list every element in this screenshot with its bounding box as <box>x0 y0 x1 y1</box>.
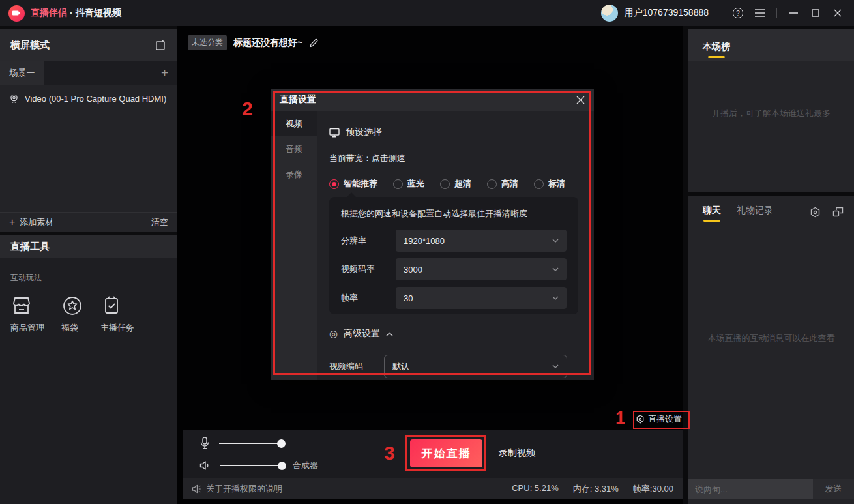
dialog-tab-record[interactable]: 录像 <box>271 162 317 187</box>
session-board-section: 本场榜 开播后，可了解本场谁送礼最多 <box>688 29 854 192</box>
advanced-settings-label: 高级设置 <box>344 328 380 340</box>
radio-icon <box>393 179 403 189</box>
radio-selected-icon <box>329 179 339 189</box>
dialog-tab-video[interactable]: 视频 <box>271 111 317 136</box>
status-bar: 关于开播权限的说明 CPU: 5.21% 内存: 3.31% 帧率:30.00 <box>183 478 683 499</box>
tool-product-management[interactable]: 商品管理 <box>10 295 44 334</box>
add-scene-icon[interactable]: + <box>161 66 168 80</box>
radio-icon <box>487 179 497 189</box>
encoding-select[interactable]: 默认 <box>384 355 567 378</box>
task-icon <box>100 295 123 316</box>
username[interactable]: 用户1076739158888 <box>625 7 709 19</box>
bitrate-select[interactable]: 3000 <box>396 258 567 280</box>
live-tools-body: 互动玩法 商品管理 福袋 <box>0 258 177 504</box>
radio-bluray[interactable]: 蓝光 <box>393 178 424 190</box>
gear-icon <box>636 415 645 424</box>
bandwidth-test-link[interactable]: 点击测速 <box>372 153 405 163</box>
screen-mode-header: 横屏模式 <box>0 29 177 61</box>
announcement-icon <box>192 484 201 494</box>
resolution-value: 1920*1080 <box>404 236 445 246</box>
dialog-content: 预设选择 当前带宽：点击测速 智能推荐 蓝光 超 <box>317 111 594 380</box>
add-material-button[interactable]: 添加素材 <box>20 216 53 228</box>
chat-input[interactable] <box>688 479 813 499</box>
title-bar: 直播伴侣 · 抖音短视频 用户1076739158888 ? <box>0 0 854 26</box>
tab-underline <box>708 56 725 58</box>
preset-monitor-icon <box>329 128 340 138</box>
speaker-icon[interactable] <box>199 460 211 471</box>
dialog-close-icon[interactable] <box>576 96 585 104</box>
mic-volume-slider[interactable] <box>219 443 282 444</box>
tab-gift-records-label: 礼物记录 <box>737 205 773 215</box>
tool-label: 主播任务 <box>100 322 134 334</box>
interactive-group-label: 互动玩法 <box>10 273 177 284</box>
annotation-step-2: 2 <box>242 98 253 120</box>
rotate-screen-icon[interactable] <box>156 40 167 50</box>
tab-gift-records[interactable]: 礼物记录 <box>737 205 773 224</box>
webcam-icon <box>9 94 19 104</box>
user-avatar[interactable] <box>601 5 618 22</box>
chat-input-row: 发送 <box>688 479 854 499</box>
tool-label: 商品管理 <box>10 322 44 334</box>
preset-title: 预设选择 <box>346 126 382 138</box>
radio-ultra[interactable]: 超清 <box>440 178 471 190</box>
permission-note-link[interactable]: 关于开播权限的说明 <box>192 483 282 495</box>
framerate-select[interactable]: 30 <box>396 287 567 309</box>
app-name-separator: · <box>70 8 73 18</box>
chevron-up-icon <box>386 332 393 336</box>
dialog-tab-column: 视频 音频 录像 <box>271 111 317 380</box>
scene-tab-row: 场景一 + <box>0 61 177 85</box>
live-settings-label: 直播设置 <box>648 413 682 425</box>
mic-volume-knob[interactable] <box>277 439 286 448</box>
mixer-button[interactable]: 合成器 <box>293 460 318 471</box>
luckybag-icon <box>61 295 83 316</box>
minimize-icon[interactable] <box>782 5 804 22</box>
stream-title: 标题还没有想好~ <box>233 37 302 49</box>
stream-title-row: 未选分类 标题还没有想好~ <box>188 35 318 50</box>
speaker-volume-slider[interactable] <box>220 465 282 466</box>
tool-anchor-task[interactable]: 主播任务 <box>100 295 134 334</box>
advanced-settings-toggle[interactable]: ◎ 高级设置 <box>329 328 578 340</box>
speaker-volume-knob[interactable] <box>278 462 286 470</box>
left-sidebar: 横屏模式 场景一 + Video (00-1 Pro Capture Quad … <box>0 26 177 504</box>
maximize-icon[interactable] <box>804 5 827 22</box>
radio-label: 高清 <box>501 178 518 190</box>
scene-tab[interactable]: 场景一 <box>0 61 44 85</box>
storefront-icon <box>10 295 33 316</box>
radio-smart-recommend[interactable]: 智能推荐 <box>329 178 377 190</box>
edit-title-icon[interactable] <box>309 38 318 48</box>
bandwidth-label: 当前带宽： <box>329 153 372 163</box>
start-live-button[interactable]: 开始直播 <box>410 439 482 467</box>
chat-settings-icon[interactable] <box>810 207 821 218</box>
live-tools-title: 直播工具 <box>10 241 50 253</box>
live-tools-header: 直播工具 <box>0 235 177 258</box>
board-empty-text: 开播后，可了解本场谁送礼最多 <box>688 108 854 119</box>
clear-button[interactable]: 清空 <box>151 216 168 228</box>
memory-stat: 内存: 3.31% <box>573 483 619 495</box>
chat-empty-text: 本场直播的互动消息可以在此查看 <box>688 333 854 344</box>
app-platform-name: 抖音短视频 <box>76 7 121 19</box>
resolution-select[interactable]: 1920*1080 <box>396 230 567 252</box>
radio-sd[interactable]: 标清 <box>534 178 565 190</box>
dialog-tab-audio[interactable]: 音频 <box>271 136 317 162</box>
record-video-button[interactable]: 录制视频 <box>499 447 535 459</box>
fps-stat: 帧率:30.00 <box>633 483 673 495</box>
tool-lucky-bag[interactable]: 福袋 <box>61 295 83 334</box>
radio-hd[interactable]: 高清 <box>487 178 518 190</box>
popout-icon[interactable] <box>832 207 844 218</box>
tool-label: 福袋 <box>61 322 78 334</box>
tools-row: 商品管理 福袋 主播任务 <box>10 295 177 334</box>
mic-icon[interactable] <box>199 437 210 450</box>
close-icon[interactable] <box>827 5 849 22</box>
tab-chat[interactable]: 聊天 <box>703 205 721 224</box>
menu-icon[interactable] <box>749 5 771 22</box>
radio-label: 蓝光 <box>407 178 424 190</box>
source-item-video[interactable]: Video (00-1 Pro Capture Quad HDMI) <box>0 85 177 112</box>
encoding-label: 视频编码 <box>329 361 384 372</box>
send-button[interactable]: 发送 <box>813 479 854 499</box>
help-icon[interactable]: ? <box>727 5 749 22</box>
category-badge[interactable]: 未选分类 <box>188 35 227 50</box>
tab-session-board[interactable]: 本场榜 <box>703 41 730 61</box>
app-name: 直播伴侣 <box>31 7 67 19</box>
dialog-title: 直播设置 <box>280 94 316 106</box>
live-settings-button[interactable]: 直播设置 <box>636 413 682 425</box>
